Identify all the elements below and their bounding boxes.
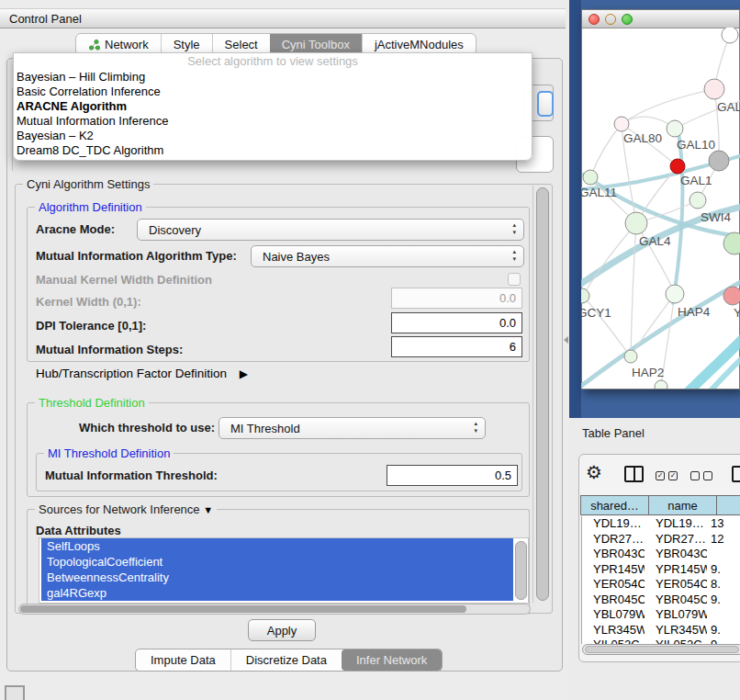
minimized-panel-icon[interactable]	[5, 685, 25, 700]
which-threshold-select[interactable]: MI Threshold ▴▾	[219, 417, 486, 439]
network-edge[interactable]	[584, 175, 740, 237]
split-divider-arrow[interactable]	[564, 336, 568, 344]
network-node-gcy1[interactable]	[581, 288, 589, 303]
table-row[interactable]: YBR045CYBR045C9.	[582, 593, 740, 608]
network-node-gal[interactable]	[704, 79, 724, 99]
table-row[interactable]: YBL079WYBL079W	[582, 607, 740, 623]
table-row[interactable]: YDR27…YDR27…12	[582, 532, 740, 548]
manual-kernel-width-checkbox[interactable]	[508, 273, 521, 286]
table-cell: YIL052C	[645, 638, 707, 644]
table-body: YDL19…YDL19…13YDR27…YDR27…12YBR043CYBR04…	[581, 516, 740, 644]
table-panel-title: Table Panel	[582, 426, 645, 440]
column-header-extra[interactable]	[716, 495, 740, 515]
network-node-y[interactable]	[723, 287, 740, 305]
apply-button[interactable]: Apply	[248, 619, 316, 641]
table-cell: YDR27…	[582, 532, 645, 548]
algorithm-option-bayesian-hill-climbing[interactable]: Bayesian – Hill Climbing	[14, 70, 532, 85]
scrollbar-thumb[interactable]	[585, 646, 739, 653]
network-edge[interactable]	[590, 124, 622, 177]
mi-algorithm-type-label: Mutual Information Algorithm Type:	[36, 249, 237, 263]
unchecked-box-icon	[703, 471, 712, 480]
table-cell: 9.	[707, 593, 740, 608]
attribute-item-topologicalcoefficient[interactable]: TopologicalCoefficient	[41, 554, 513, 570]
column-header-shared[interactable]: shared…	[580, 495, 649, 515]
sources-title-text: Sources for Network Inference	[39, 502, 200, 516]
tab-impute-data[interactable]: Impute Data	[136, 649, 230, 671]
mi-threshold-field[interactable]: 0.5	[387, 465, 518, 486]
table-row[interactable]: YLR345WYLR345W9.	[582, 623, 740, 638]
tab-discretize-data[interactable]: Discretize Data	[230, 649, 342, 671]
table-horizontal-scrollbar[interactable]	[582, 644, 740, 655]
table-row[interactable]: YBR043CYBR043C	[582, 547, 740, 562]
list-scrollbar[interactable]	[515, 541, 527, 600]
table-row[interactable]: YER054CYER054C8.	[582, 577, 740, 593]
attribute-item-betweennesscentrality[interactable]: BetweennessCentrality	[41, 570, 513, 585]
gear-icon[interactable]: ⚙	[586, 462, 602, 482]
mi-steps-field[interactable]: 6	[391, 336, 522, 357]
checked-box-icon: ✓	[668, 471, 678, 480]
scrollbar-thumb[interactable]	[20, 605, 466, 613]
network-node[interactable]	[655, 380, 667, 389]
network-canvas[interactable]: GALGAL80GAL10GAL1GAL11GAL4SWI4GCY1HAP4YH…	[581, 28, 740, 389]
table-row[interactable]: YPR145WYPR145W9.	[582, 562, 740, 578]
network-edge[interactable]	[622, 89, 714, 124]
network-edge[interactable]	[583, 223, 636, 296]
network-node-gal10[interactable]	[667, 120, 683, 137]
algorithm-option-aracne-algorithm[interactable]: ARACNE Algorithm	[14, 99, 532, 114]
select-all-checkboxes-icon[interactable]: ✓ ✓	[656, 471, 678, 480]
tab-label: jActiveMNodules	[375, 38, 464, 51]
network-node-gal80[interactable]	[614, 117, 629, 131]
network-node-gal4[interactable]	[625, 212, 647, 234]
attribute-item-gal4rgexp[interactable]: gal4RGexp	[41, 585, 513, 601]
settings-horizontal-scrollbar[interactable]	[18, 604, 531, 615]
network-edge[interactable]	[683, 336, 740, 389]
network-node[interactable]	[709, 151, 729, 171]
network-node[interactable]	[722, 28, 738, 43]
settings-vertical-scrollbar[interactable]	[533, 186, 552, 603]
hub-definition-toggle[interactable]: Hub/Transcription Factor Definition ▶	[36, 367, 248, 380]
unchecked-box-icon	[690, 471, 700, 480]
tab-label: Cyni Toolbox	[282, 38, 350, 51]
table-cell: YBR045C	[645, 593, 707, 608]
aracne-mode-value: Discovery	[149, 223, 201, 237]
table-cell: 12	[707, 532, 740, 548]
minimize-window-button[interactable]	[605, 14, 616, 25]
which-threshold-label: Which threshold to use:	[79, 421, 215, 435]
sources-title[interactable]: Sources for Network Inference ▼	[35, 502, 217, 516]
mi-algorithm-type-select[interactable]: Naive Bayes ▴▾	[251, 245, 524, 267]
table-cell: YLR345W	[582, 623, 645, 638]
aracne-mode-select[interactable]: Discovery ▴▾	[137, 219, 524, 241]
column-layout-icon[interactable]	[624, 466, 644, 482]
data-attributes-list: SelfLoopsTopologicalCoefficientBetweenne…	[39, 537, 529, 604]
algorithm-option-mutual-information-inference[interactable]: Mutual Information Inference	[14, 114, 532, 129]
mi-threshold-definition-title: MI Threshold Definition	[44, 446, 174, 460]
column-header-name[interactable]: name	[648, 495, 717, 515]
attribute-item-selfloops[interactable]: SelfLoops	[41, 538, 513, 554]
network-window-titlebar[interactable]	[582, 10, 739, 28]
node-label-swi4: SWI4	[701, 210, 731, 224]
deselect-all-checkboxes-icon[interactable]	[690, 471, 712, 480]
network-edge[interactable]	[631, 223, 636, 356]
network-node-gal11[interactable]	[583, 170, 598, 185]
scrollbar-thumb[interactable]	[536, 187, 549, 601]
algorithm-option-bayesian-k2[interactable]: Bayesian – K2	[14, 129, 532, 143]
network-node-hap2[interactable]	[624, 350, 637, 363]
zoom-window-button[interactable]	[622, 14, 633, 25]
kernel-width-field[interactable]: 0.0	[391, 288, 522, 309]
threshold-definition-title: Threshold Definition	[35, 396, 149, 410]
table-cell	[707, 607, 740, 623]
table-row[interactable]: YDL19…YDL19…13	[582, 516, 740, 532]
network-node-gal1[interactable]	[670, 159, 685, 174]
dpi-tolerance-field[interactable]: 0.0	[391, 312, 522, 333]
algorithm-option-dream8-dc-tdc-algorithm[interactable]: Dream8 DC_TDC Algorithm	[14, 143, 532, 158]
table-tool-icon[interactable]	[732, 466, 740, 482]
tab-infer-network[interactable]: Infer Network	[342, 649, 442, 671]
network-node-hap4[interactable]	[666, 285, 684, 303]
data-attributes-label: Data Attributes	[36, 524, 121, 537]
network-node-swi4[interactable]	[690, 192, 706, 209]
close-window-button[interactable]	[589, 14, 600, 25]
network-edge[interactable]	[583, 296, 631, 356]
algorithm-option-basic-correlation-inference[interactable]: Basic Correlation Inference	[14, 85, 532, 99]
mi-steps-label: Mutual Information Steps:	[36, 343, 183, 356]
table-row[interactable]: YIL052CYIL052C9	[582, 638, 740, 644]
